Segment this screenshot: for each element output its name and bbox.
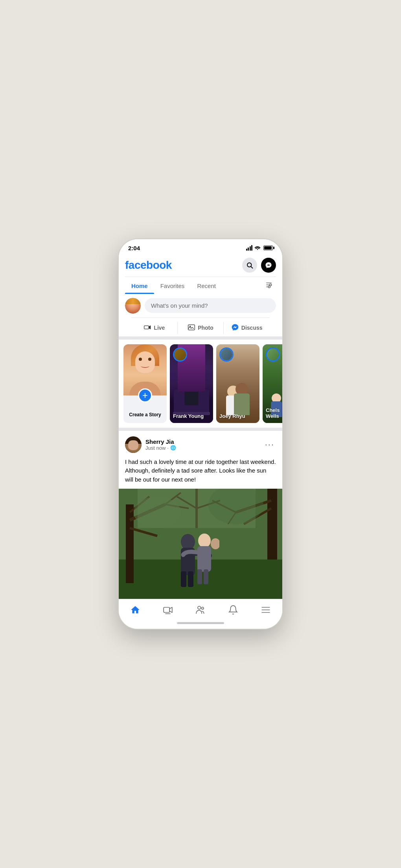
post-username: Sherry Jia: [145, 438, 259, 445]
search-button[interactable]: [242, 258, 257, 273]
composer-input[interactable]: What's on your mind?: [145, 298, 276, 313]
header-actions: [242, 258, 276, 273]
svg-rect-38: [204, 569, 208, 584]
svg-marker-41: [169, 608, 172, 613]
svg-rect-37: [197, 569, 202, 584]
svg-rect-34: [188, 571, 193, 587]
svg-point-29: [134, 497, 181, 528]
post-composer-section: What's on your mind? Live: [119, 294, 282, 336]
photo-icon: [188, 323, 195, 332]
divider-2: [119, 428, 282, 431]
nav-menu[interactable]: [250, 603, 282, 617]
svg-rect-40: [164, 608, 169, 613]
tab-favorites[interactable]: Favorites: [154, 279, 191, 293]
battery-icon: [263, 246, 273, 250]
messenger-button[interactable]: [261, 258, 276, 273]
svg-point-0: [257, 249, 258, 250]
home-bar: [177, 622, 224, 624]
story-card-joey[interactable]: Joey Rhyu: [216, 344, 259, 423]
svg-rect-36: [197, 546, 211, 572]
photo-button[interactable]: Photo: [178, 320, 224, 336]
tab-home[interactable]: Home: [125, 279, 154, 293]
status-icons: [246, 245, 273, 251]
tab-recent[interactable]: Recent: [191, 279, 222, 293]
divider-1: [119, 336, 282, 340]
post-avatar-sherry: [125, 436, 142, 453]
feed-post-1: Sherry Jia Just now · 🌐 ··· I had such a…: [119, 431, 282, 599]
nav-notifications[interactable]: [217, 603, 250, 617]
post-content: I had such a lovely time at our ride tog…: [119, 456, 282, 489]
signal-bars-icon: [246, 245, 253, 251]
status-bar: 2:04: [119, 239, 282, 255]
stories-section: + Create a Story: [119, 340, 282, 428]
filter-button[interactable]: [262, 278, 276, 294]
composer-avatar: [125, 298, 141, 314]
nav-home[interactable]: [119, 603, 151, 617]
discuss-label: Discuss: [241, 325, 263, 331]
photo-label: Photo: [198, 325, 213, 331]
svg-rect-8: [144, 326, 149, 329]
story-card-frank[interactable]: Frank Young: [170, 344, 213, 423]
joey-rhyu-name: Joey Rhyu: [219, 413, 256, 419]
facebook-logo: facebook: [125, 259, 172, 271]
discuss-button[interactable]: Discuss: [224, 320, 270, 336]
stories-scroll: + Create a Story: [119, 344, 282, 423]
create-story-card[interactable]: + Create a Story: [123, 344, 167, 423]
live-button[interactable]: Live: [131, 320, 177, 336]
post-dot: ·: [167, 445, 169, 451]
phone-screen: 2:04 facebook: [119, 239, 282, 629]
chels-avatar-ring: [266, 347, 280, 362]
svg-point-5: [270, 284, 272, 286]
create-story-label: Create a Story: [126, 412, 164, 418]
create-story-plus-icon: +: [138, 388, 152, 403]
privacy-icon: 🌐: [170, 445, 176, 451]
nav-friends[interactable]: [184, 603, 217, 617]
joey-avatar-ring: [219, 347, 234, 362]
post-more-button[interactable]: ···: [263, 438, 276, 451]
live-label: Live: [154, 325, 165, 331]
composer-actions: Live Photo: [131, 318, 270, 336]
svg-point-31: [181, 534, 195, 550]
app-header: facebook Ho: [119, 255, 282, 294]
svg-point-35: [198, 534, 211, 548]
svg-point-43: [198, 606, 201, 609]
status-time: 2:04: [128, 245, 140, 251]
svg-rect-14: [126, 504, 134, 583]
chels-wells-name: Chels Wells: [266, 407, 282, 419]
svg-rect-15: [267, 489, 277, 560]
phone-frame: 2:04 facebook: [118, 238, 283, 630]
story-card-chels[interactable]: Chels Wells: [263, 344, 282, 423]
nav-tabs: Home Favorites Recent: [125, 277, 276, 294]
post-time: Just now: [145, 445, 166, 451]
wifi-icon: [254, 245, 261, 251]
post-header: Sherry Jia Just now · 🌐 ···: [119, 431, 282, 456]
live-icon: [143, 323, 151, 332]
svg-point-39: [211, 538, 219, 549]
discuss-icon: [231, 323, 239, 332]
frank-avatar-ring: [173, 347, 187, 362]
svg-rect-33: [181, 571, 186, 587]
post-image: [119, 489, 282, 599]
svg-marker-9: [149, 325, 151, 329]
home-indicator: [119, 619, 282, 629]
frank-young-name: Frank Young: [173, 413, 210, 419]
bottom-nav: [119, 599, 282, 619]
post-meta: Just now · 🌐: [145, 445, 259, 451]
svg-line-2: [251, 266, 252, 268]
nav-video[interactable]: [151, 603, 184, 617]
post-user-info: Sherry Jia Just now · 🌐: [145, 438, 259, 451]
svg-point-44: [202, 607, 204, 609]
svg-point-7: [268, 286, 270, 288]
